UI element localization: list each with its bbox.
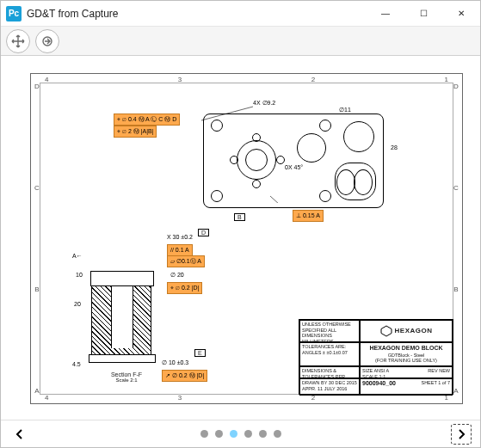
tb-tolerances: TOLERANCES ARE: ANGLES ± ±0.1±0.07 xyxy=(299,342,360,366)
page-dot-4[interactable] xyxy=(244,430,252,438)
app-window: Pc GD&T from Capture — ☐ ✕ 4321 4321 DCB xyxy=(0,0,481,448)
chamfer-note: 0X 45° xyxy=(285,164,303,170)
dia-20: ∅ 20 xyxy=(170,272,184,279)
maximize-button[interactable]: ☐ xyxy=(404,1,442,27)
next-page-button[interactable] xyxy=(451,424,472,445)
titlebar: Pc GD&T from Capture — ☐ ✕ xyxy=(1,1,480,27)
section-label: Section F-F Scale 2:1 xyxy=(88,371,165,383)
datum-b: B xyxy=(234,213,245,221)
datum-a-flag: A← xyxy=(72,253,83,259)
footer-pager xyxy=(1,420,480,447)
page-dots xyxy=(200,430,281,438)
tb-gen-tol: UNLESS OTHERWISE SPECIFIED ALL DIMENSION… xyxy=(299,320,360,342)
app-icon: Pc xyxy=(6,6,22,21)
dim-10: 10 xyxy=(76,272,83,278)
page-dot-6[interactable] xyxy=(274,430,281,438)
tb-hexagon-logo: HEXAGON xyxy=(360,320,453,342)
page-dot-1[interactable] xyxy=(200,430,208,438)
tb-signoff: DRAWN BY 30 DEC 2015 APPR. 11 JULY 2016 xyxy=(299,378,360,396)
hole-count-note: 4X ∅9.2 xyxy=(253,100,275,107)
window-title: GD&T from Capture xyxy=(27,8,367,20)
page-dot-5[interactable] xyxy=(259,430,267,438)
fcf-par-1[interactable]: // 0.1 A xyxy=(167,244,193,256)
dim-28-note: 28 xyxy=(391,144,398,150)
dim-x30: X 30 ±0.2 xyxy=(167,234,193,240)
hexagon-icon xyxy=(380,325,392,337)
fcf-bot[interactable]: ↗ ∅ 0.2 Ⓜ |D| xyxy=(162,370,207,382)
dim-45: 4.5 xyxy=(72,361,81,367)
dia-11-note: ∅11 xyxy=(339,107,351,114)
drawing-canvas[interactable]: 4321 4321 DCBA DCBA xyxy=(1,56,480,420)
link-tool-button[interactable] xyxy=(35,29,59,53)
close-button[interactable]: ✕ xyxy=(442,1,480,27)
move-icon xyxy=(11,34,25,48)
dim-20: 20 xyxy=(74,301,81,307)
fcf-top-2[interactable]: ⌖ ∅ 2 Ⓜ |A|B| xyxy=(114,126,157,138)
tb-part: HEXAGON DEMO BLOCK GDTBlock - Steel (FOR… xyxy=(360,342,453,366)
title-block: UNLESS OTHERWISE SPECIFIED ALL DIMENSION… xyxy=(299,319,453,395)
toolbar xyxy=(1,27,480,56)
fcf-par-2[interactable]: ⏥ ∅0.1Ⓤ A xyxy=(167,255,205,267)
page-dot-3[interactable] xyxy=(230,430,237,438)
svg-marker-6 xyxy=(381,326,392,336)
fcf-perp[interactable]: ⊥ 0.15 A xyxy=(293,210,324,222)
minimize-button[interactable]: — xyxy=(367,1,404,27)
prev-page-button[interactable] xyxy=(9,424,30,445)
datum-e: E xyxy=(194,349,206,357)
drawing-sheet: 4321 4321 DCBA DCBA xyxy=(30,73,463,404)
fcf-top-1[interactable]: ⌖ ∅ 0.4 Ⓜ A Ⓛ C Ⓜ D xyxy=(114,114,180,126)
top-view: 0X 45° xyxy=(203,114,384,208)
link-icon xyxy=(40,34,54,48)
move-tool-button[interactable] xyxy=(6,29,30,53)
datum-d: D xyxy=(198,229,209,236)
chevron-left-icon xyxy=(14,428,26,440)
fcf-pos-20[interactable]: ⌖ ∅ 0.2 |D| xyxy=(167,282,202,294)
tb-dwg: 9000940_00 SHEET 1 of 7 xyxy=(360,378,453,396)
page-dot-2[interactable] xyxy=(215,430,223,438)
tb-dim-per: DIMENSIONS & TOLERANCES PER ASME Y14.5-2… xyxy=(299,366,360,378)
chevron-right-icon xyxy=(455,428,467,440)
dia-bot: ∅ 10 ±0.3 xyxy=(162,359,188,366)
tb-ansi: SIZE ANSI A REV NEW SCALE 1:1 xyxy=(360,366,453,378)
